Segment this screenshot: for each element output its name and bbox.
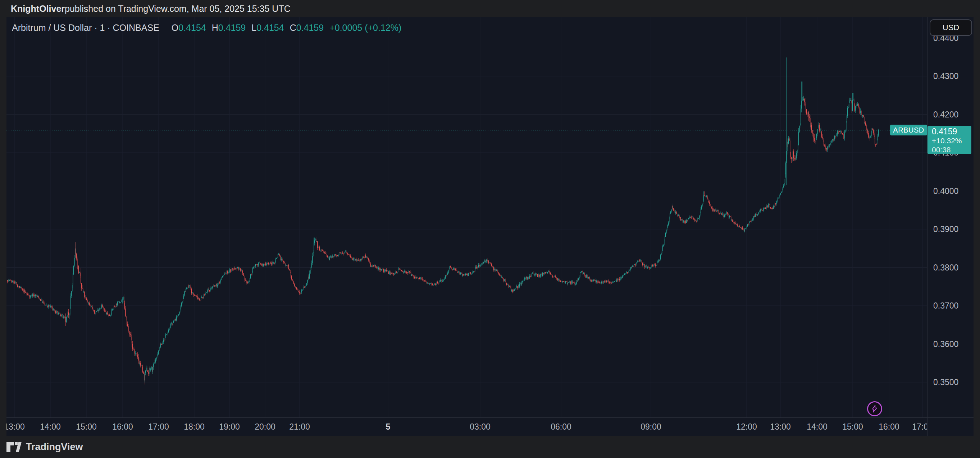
time-axis-corner xyxy=(927,417,974,436)
symbol-title: Arbitrum / US Dollar · 1 · COINBASE xyxy=(12,23,159,33)
time-axis-label: 5 xyxy=(386,422,391,431)
price-axis-label: 0.3600 xyxy=(933,339,958,349)
price-axis-label: 0.3800 xyxy=(933,263,958,272)
time-axis-label: 06:00 xyxy=(550,422,571,431)
chart-legend: Arbitrum / US Dollar · 1 · COINBASEO0.41… xyxy=(12,23,401,33)
time-axis-label: 18:00 xyxy=(184,422,205,431)
footer-bar: TradingView xyxy=(0,436,980,458)
time-axis-label: 14:00 xyxy=(40,422,61,431)
price-axis-label: 0.4200 xyxy=(933,109,958,119)
symbol-price-pill: ARBUSD xyxy=(890,125,927,135)
change-value: +0.0005 (+0.12%) xyxy=(329,23,401,33)
high-value: 0.4159 xyxy=(218,23,246,33)
publish-header: KnightOliver published on TradingView.co… xyxy=(0,0,980,17)
time-axis-label: 17:00 xyxy=(912,422,927,431)
brand-name: TradingView xyxy=(26,442,83,453)
price-axis-label: 0.3500 xyxy=(933,377,958,387)
price-axis-label: 0.4000 xyxy=(933,186,958,196)
bar-countdown: 00:38 xyxy=(932,145,971,154)
time-axis-label: 12:00 xyxy=(736,422,757,431)
low-label: L xyxy=(251,23,256,33)
publish-info: published on TradingView.com, Mar 05, 20… xyxy=(65,3,291,14)
author-name: KnightOliver xyxy=(11,3,65,14)
time-axis-label: 09:00 xyxy=(641,422,661,431)
time-axis-label: 15:00 xyxy=(76,422,97,431)
candlestick-chart[interactable] xyxy=(6,17,927,417)
time-axis-label: 20:00 xyxy=(255,422,275,431)
last-price: 0.4159 xyxy=(932,127,971,136)
time-axis-label: 16:00 xyxy=(878,422,899,431)
time-axis-label: 03:00 xyxy=(470,422,490,431)
price-axis-label: 0.3700 xyxy=(933,301,958,311)
boost-button[interactable] xyxy=(867,401,882,416)
open-value: 0.4154 xyxy=(178,23,206,33)
tradingview-logo-icon xyxy=(6,442,22,452)
time-axis-label: 17:00 xyxy=(148,422,169,431)
open-label: O xyxy=(172,23,178,33)
chart-pane[interactable]: Arbitrum / US Dollar · 1 · COINBASEO0.41… xyxy=(6,17,927,417)
currency-toggle-button[interactable]: USD xyxy=(930,19,972,36)
price-axis[interactable]: 0.44000.43000.42000.41000.40000.39000.38… xyxy=(928,17,974,417)
axis-vertical-divider xyxy=(927,17,928,436)
close-value: 0.4159 xyxy=(296,23,324,33)
price-axis-label: 0.4300 xyxy=(933,71,958,81)
lightning-icon xyxy=(870,404,879,413)
time-axis-label: 14:00 xyxy=(807,422,827,431)
last-price-box: 0.4159 +10.32% 00:38 xyxy=(928,126,971,154)
time-axis-label: 15:00 xyxy=(842,422,863,431)
high-label: H xyxy=(212,23,218,33)
day-change: +10.32% xyxy=(932,136,971,145)
tradingview-published-chart: KnightOliver published on TradingView.co… xyxy=(0,0,980,458)
axis-horizontal-divider xyxy=(6,417,974,418)
time-axis[interactable]: 13:0014:0015:0016:0017:0018:0019:0020:00… xyxy=(6,417,927,436)
time-axis-label: 13:00 xyxy=(6,422,25,431)
time-axis-label: 13:00 xyxy=(770,422,791,431)
low-value: 0.4154 xyxy=(256,23,284,33)
time-axis-label: 21:00 xyxy=(289,422,310,431)
time-axis-label: 16:00 xyxy=(112,422,133,431)
close-label: C xyxy=(290,23,296,33)
time-axis-label: 19:00 xyxy=(219,422,240,431)
price-axis-label: 0.3900 xyxy=(933,225,958,234)
